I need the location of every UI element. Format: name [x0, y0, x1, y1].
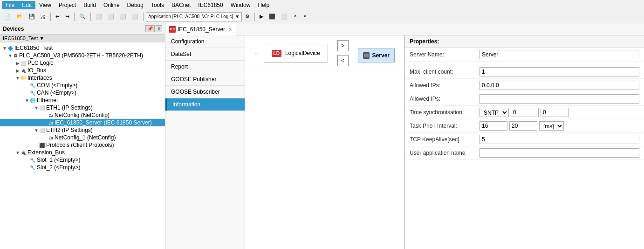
menu-debug[interactable]: Debug: [123, 1, 147, 9]
menu-tools[interactable]: Tools: [147, 1, 168, 9]
prop-time-sync-label: Time synchronisation:: [410, 109, 480, 116]
devices-panel: Devices 📌 × IEC61850_Test ▼ ▼ 🔷 IEC61850…: [0, 23, 165, 249]
tree-slot1[interactable]: ▶ 🔧 Slot_1 (<Empty>): [0, 156, 165, 164]
prop-max-client-row: Max. client count:: [405, 65, 644, 79]
tree-slot2-label: Slot_2 (<Empty>): [37, 164, 80, 171]
tree-protocols[interactable]: ▶ ⬛ Protocols (Client Protocols): [0, 141, 165, 149]
toolbar-new[interactable]: 📄: [2, 12, 13, 21]
nav-goose-subscriber[interactable]: GOOSE Subscriber: [165, 86, 245, 98]
menu-file[interactable]: File: [2, 1, 18, 9]
panel-pin-button[interactable]: 📌: [145, 25, 155, 32]
nav-information[interactable]: Information: [165, 98, 245, 111]
tree-iec61850[interactable]: ▶ 🗂 IEC_61850_Server (IEC 61850 Server): [0, 119, 165, 126]
menu-iec61850[interactable]: IEC61850: [194, 1, 226, 9]
menu-edit[interactable]: Edit: [18, 1, 35, 9]
main-container: Devices 📌 × IEC61850_Test ▼ ▼ 🔷 IEC61850…: [0, 23, 644, 249]
toolbar-print[interactable]: 🖨: [38, 13, 48, 21]
menu-view[interactable]: View: [35, 1, 55, 9]
prop-task-prio-row: Task Prio | Interval: [ms] [s]: [405, 119, 644, 133]
task-unit-select[interactable]: [ms] [s]: [539, 121, 564, 131]
tree-toggle-ethernet[interactable]: ▼: [24, 98, 30, 103]
user-app-input[interactable]: [480, 148, 639, 158]
toolbar-circle2[interactable]: ⚬: [301, 12, 309, 21]
panel-close-button[interactable]: ×: [156, 25, 162, 32]
toolbar-btn-d[interactable]: ⬜: [130, 12, 141, 21]
toolbar-redo[interactable]: ↪: [63, 12, 72, 21]
tree-toggle-plclogic[interactable]: ▶: [15, 61, 21, 66]
nav-report[interactable]: Report: [165, 61, 245, 73]
toolbar-play[interactable]: ▶: [257, 12, 266, 21]
tree-ethernet[interactable]: ▼ 🌐 Ethernet: [0, 97, 165, 104]
tree-iobus[interactable]: ▶ 🔌 IO_Bus: [0, 67, 165, 74]
root-icon: 🔷: [7, 46, 13, 51]
tree-netconfig[interactable]: ▶ 🗂 NetConfig (NetConfig): [0, 111, 165, 119]
toolbar-btn-a[interactable]: ⬜: [93, 12, 104, 21]
tree-toggle-iobus[interactable]: ▶: [15, 68, 21, 73]
tree-slot2[interactable]: ▶ 🔧 Slot_2 (<Empty>): [0, 164, 165, 171]
max-client-input[interactable]: [480, 67, 639, 76]
editor-tab-bar: IEC IEC_61850_Server ×: [165, 23, 644, 35]
tree-interfaces[interactable]: ▼ 📁 Interfaces: [0, 74, 165, 82]
tree-plc[interactable]: ▼ 🖥 PLC_AC500_V3 (PM5650-2ETH - TB5620-2…: [0, 52, 165, 59]
nav-dataset[interactable]: DataSet: [165, 48, 245, 61]
devices-tab[interactable]: IEC61850_Test ▼: [3, 35, 44, 41]
server-box[interactable]: Server: [358, 48, 395, 62]
tree-toggle-interfaces[interactable]: ▼: [15, 76, 21, 81]
toolbar-btn-c[interactable]: ⬜: [117, 12, 129, 21]
tree-toggle-eth2[interactable]: ▼: [34, 128, 39, 133]
menu-online[interactable]: Online: [100, 1, 123, 9]
menu-build[interactable]: Build: [80, 1, 100, 9]
tree-root[interactable]: ▼ 🔷 IEC61850_Test: [0, 44, 165, 52]
tree-extension-bus[interactable]: ▼ 🔌 Extension_Bus: [0, 149, 165, 156]
allowed-ips1-input[interactable]: [480, 81, 639, 90]
tab-close-button[interactable]: ×: [229, 27, 232, 32]
allowed-ips2-input[interactable]: [480, 94, 639, 104]
toolbar-save[interactable]: 💾: [26, 12, 37, 21]
tree-iobus-label: IO_Bus: [27, 67, 46, 74]
time-sync-input1[interactable]: [511, 108, 539, 117]
arrow-right-button[interactable]: >: [337, 40, 349, 51]
tree-plclogic[interactable]: ▶ ⬜ PLC Logic: [0, 59, 165, 67]
prop-server-name-value: [480, 50, 639, 59]
tree-toggle-root[interactable]: ▼: [2, 46, 7, 51]
toolbar-btn-b[interactable]: ⬜: [105, 12, 116, 21]
toolbar-step[interactable]: ⬜: [279, 12, 290, 21]
devices-panel-title: Devices: [3, 26, 24, 32]
slot2-icon: 🔧: [30, 165, 35, 170]
tree-toggle-eth1[interactable]: ▼: [34, 105, 39, 111]
arrow-left-button[interactable]: <: [337, 55, 349, 66]
toolbar-undo[interactable]: ↩: [53, 12, 62, 21]
tree-toggle-extension[interactable]: ▼: [15, 150, 21, 155]
tcp-keepalive-input[interactable]: [480, 135, 639, 144]
server-label: Server: [372, 52, 390, 59]
menu-help[interactable]: Help: [254, 1, 273, 9]
nav-configuration[interactable]: Configuration: [165, 35, 245, 48]
tree-com[interactable]: ▶ 🔧 COM (<Empty>): [0, 82, 165, 89]
iec61850-tab[interactable]: IEC IEC_61850_Server ×: [165, 23, 236, 35]
menu-bacnet[interactable]: BACnet: [168, 1, 194, 9]
task-prio-input[interactable]: [480, 121, 507, 131]
nav-goose-publisher[interactable]: GOOSE Publisher: [165, 73, 245, 86]
toolbar-find[interactable]: 🔍: [77, 12, 88, 21]
toolbar-open[interactable]: 📂: [14, 12, 25, 21]
tree-interfaces-label: Interfaces: [27, 75, 52, 81]
toolbar-gear[interactable]: ⚙: [243, 12, 252, 21]
tree-can[interactable]: ▶ 🔧 CAN (<Empty>): [0, 89, 165, 97]
tree-toggle-plc[interactable]: ▼: [7, 53, 13, 58]
time-sync-select[interactable]: SNTP NTP None: [480, 108, 509, 117]
tree-eth2[interactable]: ▼ ⬜ ETH2 (IP Settings): [0, 126, 165, 134]
eth1-icon: ⬜: [39, 105, 45, 111]
server-name-input[interactable]: [480, 50, 639, 59]
toolbar-separator-4: [143, 13, 144, 21]
tree-netconfig1[interactable]: ▶ 🗂 NetConfig_1 (NetConfig): [0, 134, 165, 141]
com-icon: 🔧: [30, 83, 35, 88]
time-sync-input2[interactable]: [541, 108, 569, 117]
tree-eth1[interactable]: ▼ ⬜ ETH1 (IP Settings): [0, 104, 165, 111]
toolbar-stop[interactable]: ⬛: [267, 12, 278, 21]
toolbar-circle[interactable]: ⚬: [291, 12, 300, 21]
task-interval-input[interactable]: [509, 121, 537, 131]
menu-window[interactable]: Window: [227, 1, 254, 9]
logical-device-box: LD LogicalDevice: [264, 44, 328, 62]
menu-project[interactable]: Project: [55, 1, 80, 9]
application-dropdown[interactable]: Application [PLC_AC500_V3: PLC Logic] ▼: [146, 12, 242, 21]
